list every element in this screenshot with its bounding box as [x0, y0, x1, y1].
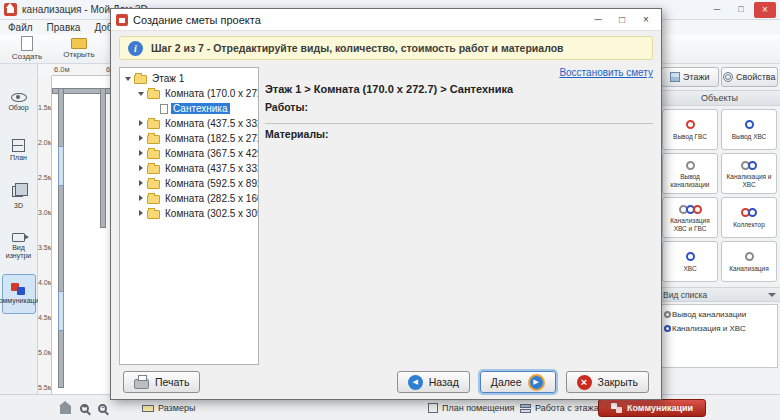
home-button[interactable]: [56, 399, 75, 417]
folder-icon: [147, 180, 160, 189]
tree-node[interactable]: Комната (367.5 x 429.8): [120, 146, 258, 161]
next-button[interactable]: Далее: [480, 371, 556, 393]
nav-label: Вид изнутри: [2, 244, 36, 259]
folder-icon: [147, 165, 160, 174]
expander-icon[interactable]: [137, 149, 146, 158]
new-doc-icon: [21, 36, 33, 51]
room-plan-toggle[interactable]: План помещения: [424, 399, 518, 417]
nav-overview[interactable]: Обзор: [2, 82, 36, 122]
zoom-in-button[interactable]: [76, 399, 93, 417]
pipes-icon: [11, 283, 27, 295]
gvs-outlet-button[interactable]: Вывод ГВС: [662, 109, 718, 150]
open-button[interactable]: Открыть: [56, 35, 102, 62]
materials-section-title: Материалы:: [265, 128, 653, 140]
new-button[interactable]: Создать: [4, 35, 50, 62]
plan-icon: [12, 139, 25, 152]
hvs-outlet-button[interactable]: Вывод ХВС: [721, 109, 777, 150]
view-list-header[interactable]: Вид списка: [659, 287, 780, 302]
nav-label: 3D: [14, 202, 23, 210]
open-folder-icon: [71, 38, 87, 49]
expander-icon[interactable]: [124, 74, 133, 83]
pipe-icon: [742, 159, 756, 171]
dialog-minimize-button[interactable]: ─: [588, 12, 608, 28]
nav-inside-view[interactable]: Вид изнутри: [2, 226, 36, 266]
print-button[interactable]: Печать: [123, 371, 200, 393]
dialog-maximize-button[interactable]: □: [612, 12, 632, 28]
next-arrow-icon: [528, 374, 545, 391]
dialog-titlebar[interactable]: Создание сметы проекта ─ □ ×: [111, 9, 661, 31]
right-panel-tabs: ЭтажиСвойства: [659, 64, 780, 90]
dialog-icon: [116, 14, 128, 26]
ruler-label: 5.5м: [38, 384, 52, 391]
sewer-hvs-gvs-button[interactable]: Канализация ХВС и ГВС: [662, 197, 718, 238]
expander-icon[interactable]: [137, 164, 146, 173]
mag-icon: [98, 404, 107, 413]
objects-list: Вывод канализацииКанализация и ХВС: [661, 304, 778, 368]
pipe-icon: [664, 311, 671, 318]
panel-tab-props[interactable]: Свойства: [721, 67, 779, 87]
expander-icon[interactable]: [137, 89, 146, 98]
sewer-hvs-button[interactable]: Канализация и ХВС: [721, 153, 777, 194]
bottom-bar-label: План помещения: [442, 403, 514, 413]
step-info-banner: Шаг 2 из 7 - Отредактируйте виды, количе…: [119, 36, 653, 60]
collector-button[interactable]: Коллектор: [721, 197, 777, 238]
works-section-title: Работы:: [265, 101, 653, 113]
plumbing-buttons-grid: Вывод ГВСВывод ХВСВывод канализацииКанал…: [659, 106, 780, 285]
tree-node[interactable]: Сантехника: [120, 101, 258, 116]
nav-plan[interactable]: План: [2, 130, 36, 170]
panel-tab-floors[interactable]: Этажи: [661, 67, 719, 87]
window-segment: [58, 146, 64, 186]
nav-communications[interactable]: Коммуникации: [2, 274, 36, 314]
sewer-button[interactable]: Канализация: [721, 241, 777, 282]
dimensions-toggle[interactable]: Размеры: [138, 399, 199, 417]
close-dialog-button[interactable]: Закрыть: [566, 371, 649, 393]
maximize-button[interactable]: □: [730, 2, 752, 18]
tree-node[interactable]: Этаж 1: [120, 71, 258, 86]
restore-estimate-link[interactable]: Восстановить смету: [559, 67, 653, 81]
tree-node[interactable]: Комната (170.0 x 272.7): [120, 86, 258, 101]
tree-node[interactable]: Комната (282.5 x 160.0): [120, 191, 258, 206]
expander-icon[interactable]: [137, 119, 146, 128]
back-button[interactable]: Назад: [397, 371, 470, 393]
folder-icon: [147, 135, 160, 144]
layers-icon: [520, 404, 531, 408]
tree-node-label: Сантехника: [171, 103, 230, 114]
communications-mode-button[interactable]: Коммуникации: [598, 399, 706, 417]
tree-node[interactable]: Комната (437.5 x 332.5): [120, 161, 258, 176]
nav-3d[interactable]: 3D: [2, 178, 36, 218]
dialog-close-button[interactable]: ×: [636, 12, 656, 28]
next-button-label: Далее: [491, 376, 522, 388]
expander-icon[interactable]: [137, 194, 146, 203]
menu-item[interactable]: Правка: [47, 22, 81, 33]
nav-label: Обзор: [8, 104, 28, 112]
folder-icon: [147, 210, 160, 219]
window-segment: [58, 291, 64, 331]
expander-icon[interactable]: [137, 179, 146, 188]
close-button[interactable]: ×: [754, 2, 776, 18]
expander-icon[interactable]: [137, 209, 146, 218]
tree-node[interactable]: Комната (182.5 x 272.7): [120, 131, 258, 146]
bottom-bar-label: Размеры: [158, 403, 195, 413]
list-item[interactable]: Вывод канализации: [664, 307, 775, 321]
menu-item[interactable]: Файл: [8, 22, 33, 33]
list-item[interactable]: Канализация и ХВС: [664, 321, 775, 335]
folder-icon: [147, 90, 160, 99]
pipe-icon: [680, 203, 701, 215]
wall: [100, 88, 106, 228]
sewer-outlet-button[interactable]: Вывод канализации: [662, 153, 718, 194]
ruler-label: 1.5м: [38, 104, 52, 111]
minimize-button[interactable]: ─: [706, 2, 728, 18]
nav-label: Коммуникации: [0, 297, 42, 305]
expander-icon[interactable]: [137, 134, 146, 143]
zoom-out-button[interactable]: [94, 399, 111, 417]
props-icon: [723, 72, 733, 82]
tree-node[interactable]: Комната (302.5 x 305.0): [120, 206, 258, 221]
dialog-window-controls: ─ □ ×: [588, 12, 656, 28]
tree-node[interactable]: Комната (437.5 x 332.5): [120, 116, 258, 131]
pipe-icon: [687, 159, 694, 171]
hvs-button[interactable]: ХВС: [662, 241, 718, 282]
plumbing-button-label: Канализация и ХВС: [723, 173, 775, 187]
wall: [58, 88, 64, 388]
tree-node[interactable]: Комната (592.5 x 892.5): [120, 176, 258, 191]
ruler-label: 4.0м: [38, 279, 52, 286]
